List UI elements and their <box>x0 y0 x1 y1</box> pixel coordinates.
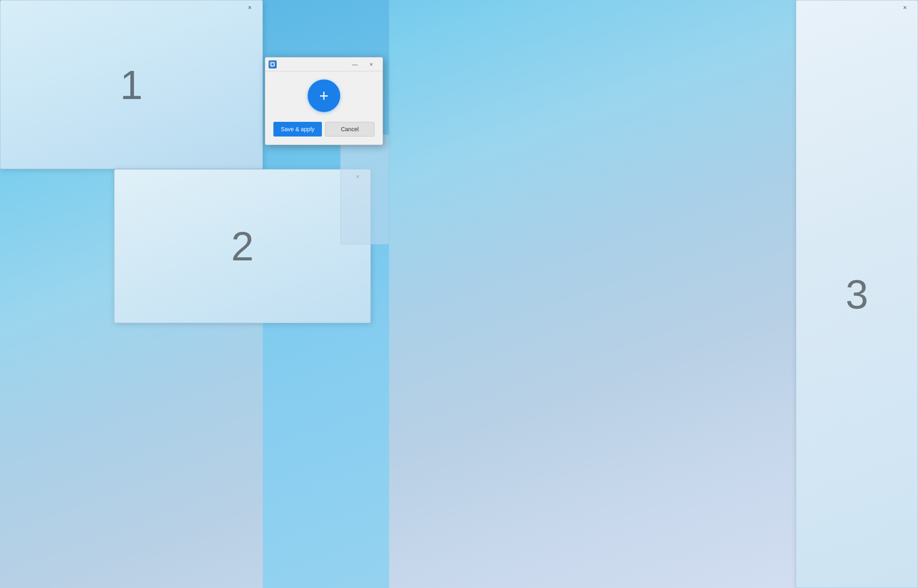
partial-window-panel <box>340 134 389 244</box>
dialog-icon-inner <box>271 62 275 66</box>
dialog-close-button[interactable]: × <box>363 58 379 70</box>
cancel-button[interactable]: Cancel <box>325 122 374 137</box>
window-2: × 2 <box>114 169 371 323</box>
dialog-app-icon <box>269 60 277 68</box>
window-3-number: 3 <box>845 271 868 317</box>
window-1-number: 1 <box>120 61 143 108</box>
plus-icon: + <box>319 88 328 104</box>
window-2-number: 2 <box>231 223 254 270</box>
window-1-close-button[interactable]: × <box>240 1 259 14</box>
window-2-titlebar: × <box>114 170 370 184</box>
window-1: × 1 <box>0 0 263 169</box>
desktop: 🗑️ Recycle Bin 💿 Microsoft Edge × 1 × 2 <box>0 0 918 588</box>
window-1-titlebar: × <box>0 0 262 15</box>
dialog-box: — × + Save & apply Cancel <box>265 57 383 145</box>
dialog-action-buttons: Save & apply Cancel <box>273 122 374 137</box>
dialog-titlebar: — × <box>265 57 383 71</box>
dialog-add-button[interactable]: + <box>308 79 340 112</box>
save-apply-button[interactable]: Save & apply <box>273 122 322 137</box>
window-3-titlebar: × <box>796 0 918 15</box>
dialog-body: + Save & apply Cancel <box>265 71 383 145</box>
window-3-close-button[interactable]: × <box>896 1 914 14</box>
dialog-minimize-button[interactable]: — <box>347 58 363 70</box>
window-3: × 3 <box>796 0 918 588</box>
